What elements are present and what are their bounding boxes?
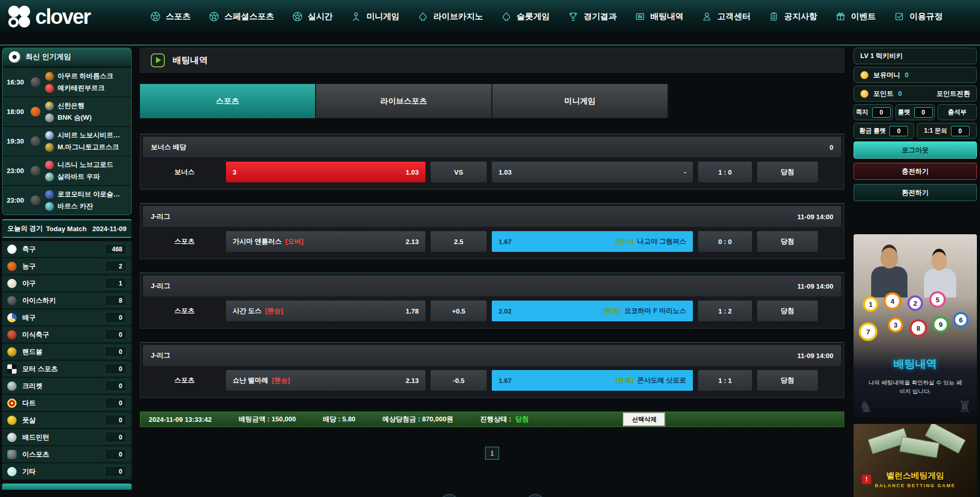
draw-cell[interactable]: VS bbox=[431, 162, 487, 182]
brand-logo[interactable]: clover bbox=[7, 5, 136, 29]
attendance-button[interactable]: 출석부 bbox=[938, 104, 977, 120]
point-value: 0 bbox=[898, 90, 902, 97]
result-cell[interactable]: 당첨 bbox=[757, 231, 818, 252]
sidebar-item-darts[interactable]: 다트0 bbox=[2, 395, 132, 412]
nav-item-results[interactable]: 경기결과 bbox=[559, 0, 626, 33]
nav-label: 스페셜스포츠 bbox=[224, 11, 274, 22]
nav-item-notice[interactable]: 공지사항 bbox=[759, 0, 826, 33]
nav-label: 미니게임 bbox=[366, 11, 400, 22]
bet-group-card: J-리그 11-09 14:00 스포츠 사간 도스 [핸승] 1.78 +0.… bbox=[140, 273, 844, 329]
result-cell[interactable]: 당첨 bbox=[757, 370, 818, 391]
draw-cell[interactable]: -0.5 bbox=[431, 370, 487, 391]
away-name: - bbox=[684, 168, 686, 176]
gold-roulette-label: 황금 룰렛 bbox=[859, 126, 886, 135]
bet-group-title: J-리그 bbox=[151, 212, 171, 221]
away-team-name: 바르스 카잔 bbox=[58, 202, 93, 211]
sidebar-item-icehockey[interactable]: 아이스하키8 bbox=[2, 292, 132, 309]
bet-history-promo-banner[interactable]: 1 4 2 5 7 3 8 9 6 배팅내역 나의 배팅내역을 확인하실 수 있… bbox=[854, 234, 977, 417]
page-button-1[interactable]: 1 bbox=[485, 447, 499, 460]
nav-item-live-casino[interactable]: 라이브카지노 bbox=[408, 0, 492, 33]
sidebar-item-handball[interactable]: 핸드볼0 bbox=[2, 344, 132, 361]
draw-cell[interactable]: 2.5 bbox=[431, 231, 487, 252]
nav-item-slot[interactable]: 슬롯게임 bbox=[492, 0, 559, 33]
sidebar-next-section-strip bbox=[2, 484, 132, 490]
nav-label: 실시간 bbox=[308, 11, 333, 22]
sport-name: 축구 bbox=[22, 245, 36, 254]
nav-item-special-sports[interactable]: 스페셜스포츠 bbox=[200, 0, 283, 33]
away-pick-cell-selected[interactable]: 1.67 [핸패] 콘사도레 삿포로 bbox=[492, 370, 693, 391]
gift-icon bbox=[835, 11, 846, 22]
sidebar-item-football[interactable]: 미식축구0 bbox=[2, 326, 132, 344]
tab-live-sports[interactable]: 라이브스포츠 bbox=[316, 84, 492, 118]
draw-cell[interactable]: +0.5 bbox=[431, 301, 487, 321]
away-pick-cell[interactable]: 1.03 - bbox=[492, 162, 693, 182]
result-cell[interactable]: 당첨 bbox=[757, 301, 818, 321]
popular-game-row[interactable]: 16:30 아무르 하바롭스크 예카테린부르크 bbox=[3, 67, 131, 96]
sport-name: 배드민턴 bbox=[22, 433, 49, 442]
soccer-ball-icon bbox=[150, 11, 161, 22]
sidebar-item-volleyball[interactable]: 배구0 bbox=[2, 309, 132, 326]
badminton-icon bbox=[7, 433, 17, 442]
balance-game-promo-banner[interactable]: ! 밸런스베팅게임 BALANCE BETTING GAME bbox=[854, 424, 977, 497]
status-prefix: 진행상태 : bbox=[480, 415, 511, 424]
trophy-icon bbox=[567, 11, 579, 22]
away-pick-cell-selected[interactable]: 1.67 [언더] 나고야 그램퍼스 bbox=[492, 231, 693, 252]
bet-datetime: 2024-11-09 13:33:42 bbox=[149, 416, 211, 423]
promo2-subtitle: BALANCE BETTING GAME bbox=[854, 483, 977, 488]
popular-game-row[interactable]: 18:00 신한은행 BNK 숨(W) bbox=[3, 96, 131, 126]
team-logo bbox=[45, 161, 54, 169]
sidebar-item-motorsport[interactable]: 모터 스포츠0 bbox=[2, 361, 132, 378]
home-pick-cell[interactable]: 3 1.03 bbox=[226, 162, 425, 182]
logout-button[interactable]: 로그아웃 bbox=[854, 141, 977, 159]
home-pick-cell[interactable]: 사간 도스 [핸승] 1.78 bbox=[226, 301, 425, 321]
roulette-button[interactable]: 룰렛 0 bbox=[896, 104, 935, 120]
sidebar-item-baseball[interactable]: 야구1 bbox=[2, 275, 132, 292]
nav-item-bet-history[interactable]: 배팅내역 bbox=[626, 0, 692, 33]
basketball-icon bbox=[31, 107, 40, 117]
popular-game-row[interactable]: 19:30 시비르 노보시비르… M.마그니토고르스크 bbox=[3, 126, 131, 155]
lotto-ball: 7 bbox=[859, 322, 877, 341]
sport-name: 다트 bbox=[22, 399, 36, 408]
bet-status: 진행상태 : 당첨 bbox=[480, 415, 529, 424]
nav-item-live[interactable]: 실시간 bbox=[283, 0, 342, 33]
home-team-name: 니즈니 노브고로드 bbox=[58, 160, 113, 169]
sport-name: 크리켓 bbox=[22, 381, 42, 391]
roulette-label: 룰렛 bbox=[898, 108, 911, 117]
deposit-button[interactable]: 충전하기 bbox=[854, 163, 977, 180]
home-name: 3 bbox=[233, 168, 236, 176]
bet-summary-bar: 2024-11-09 13:33:42 배팅금액 : 150,000 배당 : … bbox=[140, 411, 844, 427]
nav-item-minigame[interactable]: 미니게임 bbox=[342, 0, 408, 33]
sidebar-item-cricket[interactable]: 크리켓0 bbox=[2, 378, 132, 395]
nav-item-sports[interactable]: 스포츠 bbox=[141, 0, 200, 33]
result-cell[interactable]: 당첨 bbox=[757, 162, 818, 182]
telegram-icon[interactable]: ✈ bbox=[526, 494, 545, 497]
sidebar-item-esports[interactable]: 이스포츠0 bbox=[2, 446, 132, 463]
nav-item-support[interactable]: 고객센터 bbox=[692, 0, 759, 33]
bet-type-label: 스포츠 bbox=[143, 376, 226, 385]
sidebar-item-basketball[interactable]: 농구2 bbox=[2, 258, 132, 275]
sidebar-item-badminton[interactable]: 배드민턴0 bbox=[2, 429, 132, 446]
inquiry-button[interactable]: 1:1 문의 0 bbox=[917, 123, 977, 139]
popular-game-row[interactable]: 23:00 로코모티브 야로슬… 바르스 카잔 bbox=[3, 185, 131, 215]
sidebar-item-etc[interactable]: 기타0 bbox=[2, 463, 132, 480]
popular-game-row[interactable]: 23:00 니즈니 노브고로드 살라바트 우파 bbox=[3, 155, 131, 185]
nav-item-event[interactable]: 이벤트 bbox=[826, 0, 885, 33]
sidebar-item-soccer[interactable]: 축구468 bbox=[2, 241, 132, 258]
nav-item-rules[interactable]: 이용규정 bbox=[885, 0, 951, 33]
delete-selection-button[interactable]: 선택삭제 bbox=[623, 413, 665, 427]
tab-sports[interactable]: 스포츠 bbox=[140, 84, 316, 118]
nav-label: 공지사항 bbox=[784, 11, 817, 22]
gold-roulette-button[interactable]: 황금 룰렛 0 bbox=[854, 123, 914, 139]
tab-minigame[interactable]: 미니게임 bbox=[492, 84, 669, 118]
point-convert-button[interactable]: 포인트전환 bbox=[936, 89, 970, 98]
away-pick-cell-selected[interactable]: 2.02 [핸패] 요코하마 F 마리노스 bbox=[492, 301, 693, 321]
sidebar-item-futsal[interactable]: 풋살0 bbox=[2, 412, 132, 429]
page-title-bar: 배팅내역 bbox=[140, 48, 844, 73]
withdraw-button[interactable]: 환전하기 bbox=[854, 184, 977, 201]
score-cell: 0 : 0 bbox=[698, 231, 752, 252]
home-tag: [오버] bbox=[286, 237, 304, 246]
home-pick-cell[interactable]: 쇼난 벨마레 [핸승] 2.13 bbox=[226, 370, 425, 391]
social-icon-left[interactable]: ♠ bbox=[440, 494, 459, 497]
home-pick-cell[interactable]: 가시마 앤틀러스 [오버] 2.13 bbox=[226, 231, 425, 252]
message-button[interactable]: 쪽지 0 bbox=[854, 104, 893, 120]
